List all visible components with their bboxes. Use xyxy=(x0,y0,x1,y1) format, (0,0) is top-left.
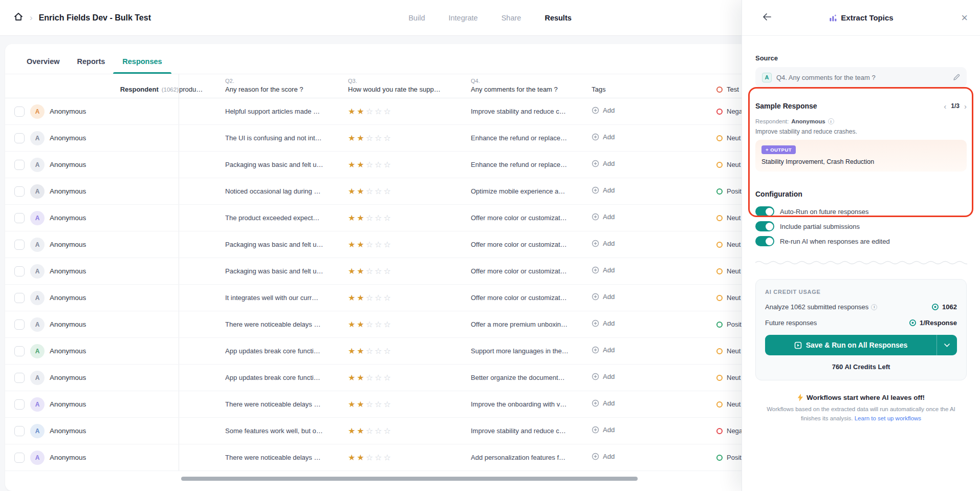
credits-left: 760 AI Credits Left xyxy=(765,363,957,371)
save-run-button[interactable]: Save & Run on All Responses xyxy=(765,335,957,355)
add-tag-button[interactable]: Add xyxy=(592,373,615,380)
q2-answer: Noticed occasional lag during … xyxy=(225,187,348,195)
row-checkbox[interactable] xyxy=(14,160,25,170)
panel-title: Extract Topics xyxy=(829,13,893,22)
star-filled-icon: ★ xyxy=(348,400,355,409)
star-empty-icon: ☆ xyxy=(375,267,382,275)
respondent-name: Anonymous xyxy=(50,374,86,381)
row-checkbox[interactable] xyxy=(14,240,25,250)
add-tag-button[interactable]: Add xyxy=(592,266,615,274)
row-checkbox[interactable] xyxy=(14,266,25,276)
add-tag-button[interactable]: Add xyxy=(592,213,615,221)
back-button[interactable] xyxy=(763,13,772,23)
star-rating: ★★☆☆☆ xyxy=(348,373,471,382)
row-checkbox[interactable] xyxy=(14,213,25,223)
add-tag-button[interactable]: Add xyxy=(592,399,615,407)
add-tag-button[interactable]: Add xyxy=(592,346,615,354)
star-empty-icon: ☆ xyxy=(366,373,373,382)
nav-share[interactable]: Share xyxy=(502,14,521,22)
add-tag-button[interactable]: Add xyxy=(592,319,615,327)
chevron-down-icon xyxy=(944,344,950,347)
star-empty-icon: ☆ xyxy=(383,347,390,355)
sentiment-label: Neut xyxy=(727,161,741,168)
toggle-auto-run[interactable] xyxy=(755,206,774,217)
add-tag-button[interactable]: Add xyxy=(592,293,615,301)
nav-integrate[interactable]: Integrate xyxy=(448,14,477,22)
source-label: Source xyxy=(755,54,967,62)
home-button[interactable] xyxy=(13,12,24,24)
nav-results[interactable]: Results xyxy=(545,14,571,22)
row-checkbox[interactable] xyxy=(14,293,25,303)
plus-circle-icon xyxy=(592,160,599,167)
close-icon[interactable]: × xyxy=(961,12,968,24)
respondent-name: Anonymous xyxy=(50,347,86,355)
q2-answer: The product exceeded expect… xyxy=(225,214,348,222)
q3-number: Q3. xyxy=(348,78,471,84)
run-options-dropdown[interactable] xyxy=(937,335,957,355)
star-filled-icon: ★ xyxy=(348,267,355,275)
toggle-auto-run-label: Auto-Run on future responses xyxy=(780,208,868,216)
star-empty-icon: ☆ xyxy=(366,320,373,329)
respondent-name: Anonymous xyxy=(50,241,86,248)
plus-circle-icon xyxy=(592,399,599,407)
tab-overview[interactable]: Overview xyxy=(25,55,62,74)
nav-build[interactable]: Build xyxy=(408,14,425,22)
add-tag-button[interactable]: Add xyxy=(592,106,615,114)
star-empty-icon: ☆ xyxy=(383,320,390,329)
star-filled-icon: ★ xyxy=(357,426,364,435)
star-rating: ★★☆☆☆ xyxy=(348,347,471,356)
toggle-rerun-edited[interactable] xyxy=(755,236,774,246)
respondent-name: Anonymous xyxy=(50,400,86,408)
add-tag-button[interactable]: Add xyxy=(592,426,615,434)
row-checkbox[interactable] xyxy=(14,426,25,436)
sentiment-icon xyxy=(716,162,723,168)
pager-next-icon[interactable]: › xyxy=(964,102,967,110)
row-checkbox[interactable] xyxy=(14,453,25,463)
row-checkbox[interactable] xyxy=(14,106,25,117)
avatar: A xyxy=(30,184,45,199)
respondent-name: Anonymous xyxy=(50,454,86,461)
source-field[interactable]: A Q4. Any comments for the team ? xyxy=(755,67,967,88)
add-tag-label: Add xyxy=(603,106,615,114)
row-checkbox[interactable] xyxy=(14,346,25,356)
toggle-partial-submissions[interactable] xyxy=(755,221,774,231)
add-tag-label: Add xyxy=(603,240,615,247)
future-credit-value: 1/Response xyxy=(920,319,957,327)
output-badge: + OUTPUT xyxy=(761,145,796,154)
star-empty-icon: ☆ xyxy=(375,453,382,462)
q4-answer: Improve stability and reduce c… xyxy=(471,108,592,115)
avatar: A xyxy=(30,451,45,465)
edit-pencil-icon[interactable] xyxy=(953,74,960,81)
plus-circle-icon xyxy=(592,213,599,221)
row-checkbox[interactable] xyxy=(14,373,25,383)
credit-usage-heading: AI CREDIT USAGE xyxy=(765,289,957,295)
star-rating: ★★☆☆☆ xyxy=(348,400,471,409)
tab-responses[interactable]: Responses xyxy=(120,55,164,74)
star-filled-icon: ★ xyxy=(357,320,364,329)
q4-answer: Better organize the document… xyxy=(471,374,592,381)
add-tag-button[interactable]: Add xyxy=(592,160,615,167)
star-empty-icon: ☆ xyxy=(366,426,373,435)
add-tag-button[interactable]: Add xyxy=(592,453,615,460)
star-rating: ★★☆☆☆ xyxy=(348,134,471,143)
row-checkbox[interactable] xyxy=(14,399,25,410)
avatar: A xyxy=(30,317,45,332)
workflows-link[interactable]: Learn to set up workflows xyxy=(855,415,921,421)
sentiment-icon xyxy=(716,322,723,328)
form-title: Enrich Fields Dev - Bulk Test xyxy=(39,13,151,23)
pager-prev-icon[interactable]: ‹ xyxy=(944,102,946,110)
add-tag-button[interactable]: Add xyxy=(592,186,615,194)
q2-answer: Helpful support articles made … xyxy=(225,108,348,115)
add-tag-button[interactable]: Add xyxy=(592,133,615,141)
row-checkbox[interactable] xyxy=(14,319,25,330)
tab-reports[interactable]: Reports xyxy=(75,55,107,74)
plus-circle-icon xyxy=(592,186,599,194)
row-checkbox[interactable] xyxy=(14,133,25,143)
add-tag-label: Add xyxy=(603,399,615,407)
avatar: A xyxy=(30,371,45,385)
add-tag-button[interactable]: Add xyxy=(592,240,615,247)
star-filled-icon: ★ xyxy=(348,347,355,355)
row-checkbox[interactable] xyxy=(14,186,25,197)
sentiment-icon xyxy=(716,401,723,408)
horizontal-scrollbar[interactable] xyxy=(181,477,638,481)
